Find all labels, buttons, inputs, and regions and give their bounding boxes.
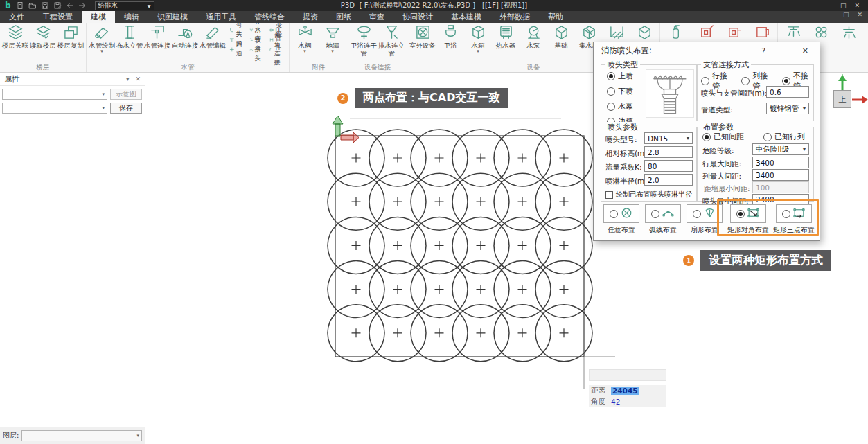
undo-icon[interactable] — [66, 1, 76, 10]
radio-icon[interactable] — [701, 77, 709, 85]
ribbon-button-水箱[interactable]: 水箱▾ — [464, 24, 492, 53]
menu-item-5[interactable]: 识图建模 — [148, 11, 197, 23]
save-icon[interactable] — [41, 1, 51, 10]
ucs-up-box[interactable]: 上 — [833, 90, 851, 108]
menu-item-11[interactable]: 协同设计 — [393, 11, 442, 23]
row-max-input[interactable]: 3400 — [752, 157, 809, 168]
menu-item-3[interactable]: 建模 — [82, 11, 115, 23]
ribbon-button-sprinkler-down[interactable] — [779, 24, 807, 43]
ribbon-button-水管绘制[interactable]: 水管绘制▾ — [88, 24, 116, 53]
dynamic-input-field[interactable] — [589, 369, 666, 381]
dialog-title-bar[interactable]: 消防喷头布置: — [594, 42, 820, 59]
panel-close-icon[interactable]: ✕ — [135, 76, 141, 82]
menu-item-6[interactable]: 通用工具 — [197, 11, 245, 23]
layer-combo[interactable]: ▾ — [21, 430, 142, 441]
schematic-button[interactable]: 示意图 — [110, 89, 142, 100]
ribbon-button-sprinkler-mesh[interactable] — [807, 24, 835, 43]
restore-button[interactable]: □ — [840, 2, 847, 9]
ribbon-button-基础[interactable]: 基础 — [547, 24, 575, 51]
radio-icon[interactable] — [741, 77, 750, 85]
ribbon-button-水管编辑[interactable]: 水管编辑 — [199, 24, 227, 51]
menu-item-12[interactable]: 基本建模 — [442, 11, 490, 23]
ribbon-button-水管连接[interactable]: 水管连接 — [143, 24, 171, 51]
ribbon-button-布水立管[interactable]: 布水立管 — [116, 24, 143, 51]
layout-mode-已知间距[interactable]: 已知间距 — [702, 132, 744, 142]
layout-method-button-矩形三点布置[interactable] — [776, 204, 812, 223]
pipe-type-select[interactable]: 镀锌钢管 ▾ — [766, 103, 809, 114]
ribbon-button-卫浴连干管[interactable]: 卫浴连干管 — [350, 24, 378, 58]
radio-icon[interactable] — [610, 210, 618, 218]
ribbon-button-楼层关联[interactable]: 楼层关联 — [1, 24, 29, 51]
property-combo-1[interactable]: ▾ — [2, 89, 107, 100]
radio-icon[interactable] — [763, 133, 772, 141]
ribbon-button-sprinkler-spray[interactable] — [862, 24, 868, 43]
model-select[interactable]: DN15 ▾ — [644, 132, 693, 144]
draw-radius-option[interactable]: 绘制已布置喷头喷淋半径 — [605, 190, 692, 199]
radio-icon[interactable] — [736, 210, 745, 218]
open-file-icon[interactable] — [28, 1, 38, 10]
doc-restore-button[interactable]: □ — [843, 11, 849, 23]
radio-icon[interactable] — [607, 103, 615, 111]
ribbon-button-室外设备[interactable]: 室外设备 — [409, 24, 436, 51]
menu-item-4[interactable]: 编辑 — [115, 11, 148, 23]
redo-icon[interactable] — [78, 1, 88, 10]
layout-method-button-扇形布置[interactable] — [687, 204, 723, 223]
radio-icon[interactable] — [693, 210, 701, 218]
radio-icon[interactable] — [702, 133, 711, 141]
ribbon-button-hydrant-box[interactable] — [748, 24, 776, 43]
menu-item-2[interactable]: 工程设置 — [33, 11, 82, 23]
minimize-button[interactable]: – — [829, 2, 832, 9]
head-type-水幕[interactable]: 水幕 — [607, 101, 633, 112]
layout-method-button-矩形对角布置[interactable] — [730, 204, 766, 223]
ribbon-button-读取楼层[interactable]: 读取楼层 — [29, 24, 57, 51]
menu-item-13[interactable]: 外部数据 — [490, 11, 539, 23]
ribbon-button-楼层复制[interactable]: 楼层复制 — [57, 24, 85, 51]
layout-method-button-弧线布置[interactable] — [645, 204, 681, 223]
doc-close-button[interactable]: ✕ — [857, 11, 862, 23]
ribbon-button-热水器[interactable]: 热水器 — [492, 24, 520, 51]
menu-item-10[interactable]: 审查 — [360, 11, 393, 23]
menu-item-7[interactable]: 管线综合 — [245, 11, 294, 23]
property-combo-2[interactable]: ▾ — [2, 103, 107, 114]
panel-collapse-icon[interactable]: ▾ — [126, 76, 130, 82]
menu-item-9[interactable]: 图纸 — [327, 11, 360, 23]
layout-mode-已知行列[interactable]: 已知行列 — [763, 132, 805, 142]
ribbon-button-卫浴[interactable]: 卫浴 — [436, 24, 464, 51]
dialog-close-button[interactable]: ✕ — [802, 46, 808, 55]
layout-method-button-任意布置[interactable] — [603, 204, 639, 223]
ribbon-button-水阀[interactable]: 水阀▾ — [291, 24, 319, 53]
ribbon-small-倒角连接[interactable]: 倒角连接 — [269, 44, 285, 54]
checkbox-icon[interactable] — [605, 191, 613, 199]
head-type-下喷[interactable]: 下喷 — [607, 86, 633, 96]
spacing-input[interactable]: 0.6 — [766, 86, 809, 98]
distance-value[interactable]: 24045 — [611, 387, 639, 395]
workspace-combo[interactable]: 给排水 ▾ — [95, 1, 154, 10]
ribbon-button-地漏[interactable]: 地漏▾ — [319, 24, 346, 53]
save-property-button[interactable]: 保存 — [110, 103, 142, 114]
ribbon-small-软接头[interactable]: 软接头 — [249, 44, 265, 54]
menu-item-8[interactable]: 提资 — [294, 11, 327, 23]
elevation-input[interactable]: 2.8 — [644, 146, 693, 158]
ribbon-small-四通[interactable]: 四通 — [229, 44, 245, 54]
radio-icon[interactable] — [607, 72, 615, 80]
menu-item-14[interactable]: 帮助 — [539, 11, 572, 23]
gizmo-x-arrow[interactable] — [341, 132, 359, 143]
ribbon-button-自动连接[interactable]: 自动连接 — [171, 24, 199, 51]
head-min-input[interactable]: 2400 — [752, 194, 809, 204]
danger-level-select[interactable]: 中危险II级 ▾ — [752, 143, 809, 155]
radio-icon[interactable] — [651, 210, 659, 218]
ribbon-button-水泵[interactable]: 水泵 — [520, 24, 547, 51]
save-as-icon[interactable] — [53, 1, 63, 10]
col-max-input[interactable]: 3400 — [752, 169, 809, 181]
ribbon-button-排水连立管[interactable]: 排水连立管 — [378, 24, 405, 58]
new-file-icon[interactable] — [16, 1, 26, 10]
doc-minimize-button[interactable]: – — [831, 11, 835, 23]
close-button[interactable]: ✕ — [854, 2, 860, 9]
radio-icon[interactable] — [782, 77, 790, 85]
menu-item-1[interactable]: 文件 — [0, 11, 33, 23]
ucs-widget[interactable]: 上 — [829, 74, 868, 112]
radio-icon[interactable] — [607, 87, 615, 96]
flow-coeff-input[interactable]: 80 — [644, 160, 693, 172]
radio-icon[interactable] — [782, 210, 790, 218]
dialog-help-button[interactable]: ? — [761, 46, 765, 55]
